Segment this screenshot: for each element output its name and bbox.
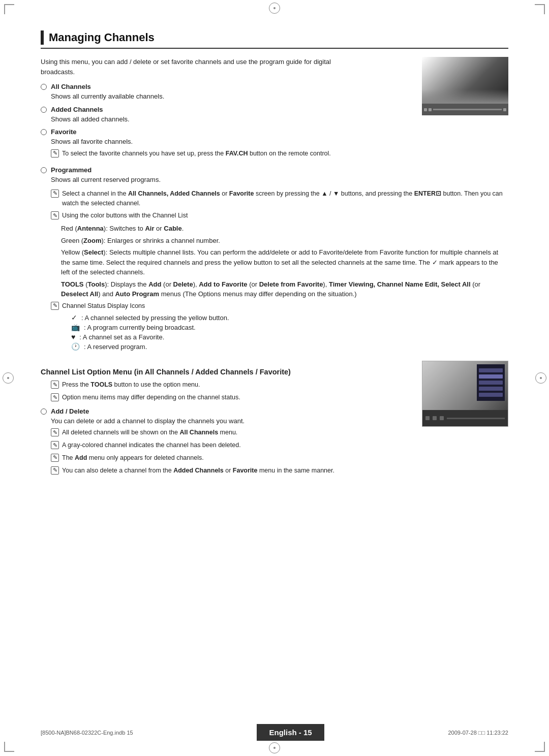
list-item-added-channels: Added Channels Shows all added channels.	[41, 106, 412, 124]
page-title: Managing Channels	[49, 31, 155, 44]
bullet-programmed	[41, 167, 47, 173]
note-differ-text: Option menu items may differ depending o…	[62, 393, 240, 402]
note-select-channel: ✎ Select a channel in the All Channels, …	[51, 189, 508, 208]
title-container: Managing Channels	[41, 30, 508, 49]
img2-panel	[477, 364, 505, 400]
note-deleted-text: All deleted channels will be shown on th…	[62, 428, 237, 437]
img-gradient	[422, 57, 508, 104]
status-favorite: ♥ : A channel set as a Favorite.	[71, 333, 508, 341]
list-item-favorite: Favorite Shows all favorite channels. ✎ …	[41, 128, 412, 158]
subsection: Channel List Option Menu (in All Channel…	[41, 361, 508, 479]
favorite-body: Shows all favorite channels.	[51, 137, 412, 147]
note-gray-text: A gray-colored channel indicates the cha…	[62, 440, 241, 450]
note-icon-add: ✎	[51, 454, 59, 462]
img2-row-4	[479, 393, 503, 397]
intro-text-section: Using this menu, you can add / delete or…	[41, 57, 422, 162]
bottom-image	[422, 361, 508, 427]
checkmark-desc: : A channel selected by pressing the yel…	[81, 314, 229, 322]
corner-mark-tl	[4, 4, 14, 14]
status-broadcast: 📺 : A program currently being broadcast.	[71, 323, 508, 331]
list-item-all-channels-header: All Channels	[41, 83, 412, 90]
img-bar-dot-2	[429, 108, 432, 111]
reserved-desc: : A reserved program.	[84, 343, 147, 351]
footer: [8500-NA]BN68-02322C-Eng.indb 15 English…	[41, 724, 508, 741]
bullet-added-channels	[41, 107, 47, 113]
img2-bottom	[422, 410, 508, 426]
note-icon-favorite: ✎	[51, 149, 59, 158]
img2-row-1	[479, 368, 503, 372]
note-channel-status: ✎ Channel Status Display Icons	[51, 301, 508, 311]
favorite-status-desc: : A channel set as a Favorite.	[79, 333, 164, 341]
intro-section: Using this menu, you can add / delete or…	[41, 57, 508, 162]
img-bar-dot-3	[503, 108, 506, 111]
status-reserved: 🕐 : A reserved program.	[71, 342, 508, 351]
img2-row-2	[479, 381, 503, 385]
clock-icon: 🕐	[71, 342, 80, 351]
note-icon-status: ✎	[51, 302, 59, 310]
img2-dot-3	[440, 416, 444, 420]
img-bar-dot-1	[424, 108, 427, 111]
add-delete-title: Add / Delete	[51, 407, 89, 415]
note-tools-text: Press the TOOLS button to use the option…	[62, 380, 200, 390]
footer-left: [8500-NA]BN68-02322C-Eng.indb 15	[41, 730, 133, 736]
list-item-added-channels-header: Added Channels	[41, 106, 412, 113]
img2-row-selected	[479, 374, 503, 379]
checkmark-icon: ✓	[71, 313, 77, 322]
subsection-content: Channel List Option Menu (in All Channel…	[41, 361, 508, 479]
green-button: Green (Zoom): Enlarges or shrinks a chan…	[61, 236, 508, 246]
status-checkmark: ✓ : A channel selected by pressing the y…	[71, 313, 508, 322]
top-image	[422, 57, 508, 115]
footer-center: English - 15	[257, 724, 324, 741]
list-item-all-channels: All Channels Shows all currently availab…	[41, 83, 412, 102]
added-channels-title: Added Channels	[51, 106, 103, 113]
note-icon-color: ✎	[51, 211, 59, 219]
broadcast-icon: 📺	[71, 323, 80, 331]
note-select-text: Select a channel in the All Channels, Ad…	[62, 189, 508, 208]
circle-mark-left	[3, 372, 14, 384]
broadcast-desc: : A program currently being broadcast.	[84, 324, 196, 331]
circle-mark-top	[269, 3, 280, 14]
added-channels-body: Shows all added channels.	[51, 114, 412, 124]
main-content: Managing Channels Using this menu, you c…	[41, 30, 508, 705]
img2-row-3	[479, 387, 503, 391]
note-add-text: The Add menu only appears for deleted ch…	[62, 453, 204, 463]
heart-icon: ♥	[71, 333, 75, 341]
img2-top	[422, 361, 508, 410]
img-bar-line	[433, 109, 502, 110]
programmed-title: Programmed	[51, 166, 92, 174]
bullet-favorite	[41, 129, 47, 135]
note-color-text: Using the color buttons with the Channel…	[62, 211, 188, 220]
note-icon-select: ✎	[51, 190, 59, 198]
corner-mark-tr	[535, 4, 545, 14]
corner-mark-bl	[4, 742, 14, 752]
all-channels-title: All Channels	[51, 83, 91, 90]
note-icon-also: ✎	[51, 466, 59, 475]
yellow-button: Yellow (Select): Selects multiple channe…	[61, 247, 508, 277]
corner-mark-br	[535, 742, 545, 752]
footer-right: 2009-07-28 □□ 11:23:22	[448, 730, 509, 736]
list-item-favorite-header: Favorite	[41, 128, 412, 136]
note-icon-deleted: ✎	[51, 428, 59, 436]
favorite-note: ✎ To select the favorite channels you ha…	[51, 149, 412, 159]
note-also-text: You can also delete a channel from the A…	[62, 466, 334, 476]
img-bar	[422, 104, 508, 115]
subsection-title: Channel List Option Menu (in All Channel…	[41, 368, 412, 376]
circle-mark-right	[535, 372, 546, 384]
bullet-all-channels	[41, 84, 47, 90]
add-delete-body: You can delete or add a channel to displ…	[51, 416, 412, 426]
note-also-delete: ✎ You can also delete a channel from the…	[51, 466, 412, 476]
note-all-deleted: ✎ All deleted channels will be shown on …	[51, 428, 412, 437]
all-channels-body: Shows all currently available channels.	[51, 91, 412, 102]
note-color-buttons: ✎ Using the color buttons with the Chann…	[51, 211, 508, 220]
list-item-add-delete: Add / Delete You can delete or add a cha…	[41, 407, 412, 476]
img2-dot-1	[425, 416, 430, 420]
channel-status-label: Channel Status Display Icons	[62, 301, 145, 311]
circle-mark-bottom	[269, 742, 280, 753]
tools-button: TOOLS (Tools): Displays the Add (or Dele…	[61, 279, 508, 299]
note-icon-differ: ✎	[51, 393, 59, 401]
note-gray-channel: ✎ A gray-colored channel indicates the c…	[51, 440, 412, 450]
favorite-note-text: To select the favorite channels you have…	[62, 149, 331, 159]
red-button: Red (Antenna): Switches to Air or Cable.	[61, 224, 508, 234]
note-add-menu: ✎ The Add menu only appears for deleted …	[51, 453, 412, 463]
note-option-differ: ✎ Option menu items may differ depending…	[51, 393, 412, 402]
